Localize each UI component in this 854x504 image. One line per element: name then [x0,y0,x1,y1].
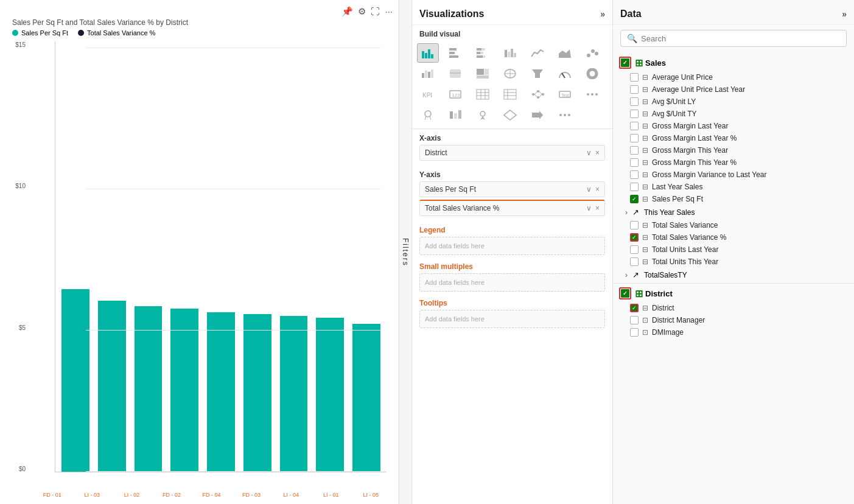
viz-icon-scatter[interactable] [581,43,603,63]
viz-icon-more[interactable] [581,85,603,104]
expand-icon[interactable]: ⛶ [371,6,380,17]
checkbox-total-sales-variance-pct[interactable]: ✓ [630,233,639,242]
bar-group-fd-01[interactable] [61,289,89,472]
viz-icon-treemap[interactable] [472,64,494,83]
checkbox-district-manager[interactable] [630,316,639,324]
checkbox-sales-per-sq-ft[interactable]: ✓ [630,195,639,203]
x-axis-chevron[interactable]: ∨ [586,149,592,157]
this-year-sales-subgroup[interactable]: › ↗ This Year Sales [613,205,854,219]
sales-group-header[interactable]: ✓ ⊞ Sales [613,54,854,71]
checkbox-avg-unit-price[interactable] [630,73,639,82]
viz-icon-text-box[interactable]: Text [554,85,576,104]
viz-icon-arrow-right[interactable] [527,105,548,125]
checkbox-gross-margin-ly[interactable] [630,122,639,130]
bar-group-fd-02[interactable] [170,309,198,472]
y-axis-field-1[interactable]: Sales Per Sq Ft ∨ × [419,181,605,197]
filters-strip[interactable]: Filters [399,0,412,504]
district-group-header[interactable]: ✓ ⊞ District [613,285,854,302]
viz-icon-area-chart[interactable] [554,43,576,63]
small-multiples-add-fields[interactable]: Add data fields here [419,273,605,292]
tree-item-gross-margin-variance[interactable]: ⊟ Gross Margin Variance to Last Year [613,169,854,181]
tree-item-district[interactable]: ✓ ⊟ District [613,302,854,314]
bar-group-li-03[interactable] [98,301,126,472]
bar-group-li-02[interactable] [135,306,163,472]
bar-group-li-05[interactable] [352,324,380,472]
viz-icon-donut[interactable] [581,64,603,83]
tree-item-gross-margin-ty-pct[interactable]: ⊟ Gross Margin This Year % [613,156,854,169]
x-axis-remove[interactable]: × [595,149,600,157]
viz-icon-card[interactable]: 123 [444,85,466,104]
more-icon[interactable]: ··· [385,6,393,17]
viz-icon-funnel[interactable] [527,64,548,83]
viz-icon-bar-2[interactable] [444,105,466,125]
filter-icon[interactable]: ⚙ [358,6,366,17]
tree-item-dmimage[interactable]: ⊡ DMImage [613,326,854,338]
tree-item-avg-unit-price[interactable]: ⊟ Average Unit Price [613,71,854,83]
viz-icon-diamond[interactable] [499,105,521,125]
tree-item-gross-margin-ty[interactable]: ⊟ Gross Margin This Year [613,144,854,156]
tree-item-gross-margin-ly[interactable]: ⊟ Gross Margin Last Year [613,120,854,132]
bar-group-fd-03[interactable] [243,314,271,472]
viz-panel-chevron-right[interactable]: » [600,9,605,19]
search-input[interactable] [641,34,840,43]
pin-icon[interactable]: 📌 [341,6,353,17]
viz-icon-line-chart[interactable] [527,43,548,63]
district-group-checkbox-wrapper[interactable]: ✓ [619,287,631,299]
data-panel-chevron-right[interactable]: » [842,9,847,19]
checkbox-total-units-ly[interactable] [630,245,639,254]
checkbox-gross-margin-ty[interactable] [630,146,639,155]
viz-icon-map[interactable] [499,64,521,83]
viz-icon-location[interactable] [472,105,494,125]
viz-icon-decomp-tree[interactable] [527,85,548,104]
viz-icon-clustered-bar[interactable] [499,43,521,63]
viz-icon-column-chart[interactable] [444,43,466,63]
viz-icon-bar-chart[interactable] [417,43,439,63]
x-axis-field[interactable]: District ∨ × [419,145,605,161]
viz-icon-stacked-bar[interactable] [472,43,494,63]
y-axis-field-2[interactable]: Total Sales Variance % ∨ × [419,200,605,216]
y-axis-field-2-chevron[interactable]: ∨ [586,204,592,212]
svg-marker-68 [504,110,516,120]
viz-icon-ribbon[interactable] [444,64,466,83]
total-sales-ty-subgroup[interactable]: › ↗ TotalSalesTY [613,268,854,282]
viz-icon-table[interactable] [472,85,494,104]
sales-group-checkbox-wrapper[interactable]: ✓ [619,57,631,69]
bar-group-li-04[interactable] [280,316,308,472]
tree-item-last-year-sales[interactable]: ⊟ Last Year Sales [613,181,854,193]
tooltips-add-fields[interactable]: Add data fields here [419,310,605,328]
tree-item-gross-margin-ly-pct[interactable]: ⊟ Gross Margin Last Year % [613,132,854,144]
legend-add-fields[interactable]: Add data fields here [419,237,605,255]
checkbox-gross-margin-ly-pct[interactable] [630,134,639,142]
svg-rect-5 [449,52,455,54]
tree-item-total-sales-variance-pct[interactable]: ✓ ⊟ Total Sales Variance % [613,231,854,243]
checkbox-district[interactable]: ✓ [630,304,639,312]
bar-group-fd-04[interactable] [207,312,235,472]
tree-item-sales-per-sq-ft[interactable]: ✓ ⊟ Sales Per Sq Ft [613,193,854,205]
checkbox-dmimage[interactable] [630,328,639,337]
checkbox-last-year-sales[interactable] [630,183,639,191]
y-axis-field-1-chevron[interactable]: ∨ [586,185,592,194]
viz-icon-ellipsis[interactable] [554,105,576,125]
viz-icon-matrix[interactable] [499,85,521,104]
checkbox-total-units-ty[interactable] [630,257,639,266]
y-axis-field-1-remove[interactable]: × [595,185,600,194]
tree-item-total-units-ly[interactable]: ⊟ Total Units Last Year [613,243,854,256]
tree-item-total-sales-variance[interactable]: ⊟ Total Sales Variance [613,219,854,231]
viz-icon-kpi[interactable]: KPI [417,85,439,104]
tree-item-avg-unit-ly[interactable]: ⊟ Avg $/Unit LY [613,96,854,108]
checkbox-avg-unit-ty[interactable] [630,110,639,118]
tree-item-avg-unit-ty[interactable]: ⊟ Avg $/Unit TY [613,108,854,120]
checkbox-gross-margin-ty-pct[interactable] [630,158,639,167]
checkbox-avg-unit-price-ly[interactable] [630,85,639,94]
tree-item-district-manager[interactable]: ⊡ District Manager [613,314,854,326]
tree-item-avg-unit-price-ly[interactable]: ⊟ Average Unit Price Last Year [613,83,854,96]
checkbox-gross-margin-variance[interactable] [630,170,639,179]
tree-item-total-units-ty[interactable]: ⊟ Total Units This Year [613,256,854,268]
bar-group-li-01[interactable] [316,318,344,472]
viz-icon-gauge[interactable] [554,64,576,83]
checkbox-avg-unit-ly[interactable] [630,97,639,106]
viz-icon-award[interactable] [417,105,439,125]
checkbox-total-sales-variance[interactable] [630,221,639,229]
viz-icon-waterfall[interactable] [417,64,439,83]
y-axis-field-2-remove[interactable]: × [595,204,600,212]
